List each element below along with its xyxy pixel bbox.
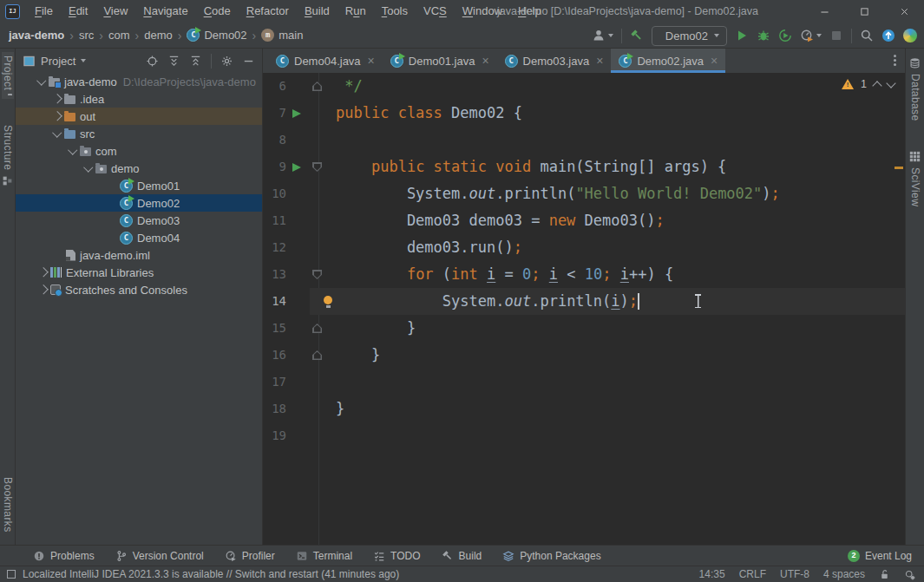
settings-sync-icon[interactable] (903, 29, 917, 43)
status-message-area[interactable]: Localized IntelliJ IDEA 2021.3.3 is avai… (7, 568, 399, 580)
tree-chevron-icon[interactable] (82, 167, 95, 171)
tree-item-external-libraries[interactable]: External Libraries (16, 264, 262, 281)
tree-chevron-icon[interactable] (36, 269, 50, 276)
chevron-down-icon[interactable] (81, 59, 86, 62)
update-icon[interactable] (881, 29, 895, 43)
code-line-11[interactable]: 11 Demo03 demo03 = new Demo03(); (263, 207, 905, 234)
tree-item-src[interactable]: src (16, 125, 262, 142)
fold-end-icon[interactable] (312, 315, 322, 342)
tree-item-demo02[interactable]: CDemo02 (16, 194, 262, 212)
tool-button-terminal[interactable]: Terminal (296, 550, 352, 562)
tab-demo01-java[interactable]: CDemo01.java× (383, 49, 497, 73)
tab-options-icon[interactable] (888, 49, 901, 73)
run-icon[interactable] (735, 29, 749, 43)
tree-item-scratches-and-consoles[interactable]: Scratches and Consoles (16, 281, 262, 298)
code-area[interactable]: 6 */7public class Demo02 {89 public stat… (263, 73, 905, 449)
tree-item-demo03[interactable]: CDemo03 (16, 212, 262, 229)
close-icon[interactable] (884, 0, 924, 23)
tab-demo02-java[interactable]: CDemo02.java× (611, 49, 725, 73)
inspection-profile-icon[interactable] (904, 569, 915, 580)
tree-item-com[interactable]: com (16, 142, 262, 160)
code-line-14[interactable]: 14 System.out.println(i); (263, 288, 905, 315)
code-line-17[interactable]: 17 (263, 369, 905, 396)
tool-button-version-control[interactable]: Version Control (115, 550, 204, 562)
code-line-12[interactable]: 12 demo03.run(); (263, 234, 905, 261)
breadcrumb-main[interactable]: mmain (261, 29, 303, 42)
status-item-4-spaces[interactable]: 4 spaces (823, 568, 865, 580)
minimize-icon[interactable] (804, 0, 844, 23)
profiler-icon[interactable] (800, 29, 822, 43)
menu-refactor[interactable]: Refactor (239, 0, 297, 23)
fold-end-icon[interactable] (312, 73, 322, 100)
code-line-8[interactable]: 8 (263, 127, 905, 154)
tool-button-python-packages[interactable]: Python Packages (502, 550, 600, 562)
code-line-15[interactable]: 15 } (263, 315, 905, 342)
collapse-all-icon[interactable] (189, 55, 202, 68)
status-item-14-35[interactable]: 14:35 (699, 568, 725, 580)
tree-item-.idea[interactable]: .idea (16, 90, 262, 108)
tool-stripe-project[interactable]: Project (2, 52, 14, 99)
tab-demo04-java[interactable]: CDemo04.java× (268, 49, 383, 73)
tab-close-icon[interactable]: × (596, 55, 603, 67)
locate-file-icon[interactable] (146, 55, 159, 68)
expand-all-icon[interactable] (167, 55, 180, 68)
tool-button-todo[interactable]: TODO (373, 550, 420, 562)
menu-view[interactable]: View (95, 0, 135, 23)
tool-stripe-structure[interactable]: Structure (2, 121, 14, 190)
tab-close-icon[interactable]: × (482, 55, 488, 67)
code-line-9[interactable]: 9 public static void main(String[] args)… (263, 154, 905, 180)
tab-demo03-java[interactable]: CDemo03.java× (497, 49, 612, 73)
tree-chevron-icon[interactable] (50, 132, 64, 136)
tab-close-icon[interactable]: × (711, 55, 718, 67)
tree-item-demo[interactable]: demo (16, 160, 262, 177)
breadcrumb-demo02[interactable]: CDemo02 (187, 29, 246, 42)
menu-tools[interactable]: Tools (374, 0, 416, 23)
menu-edit[interactable]: Edit (61, 0, 95, 23)
tree-chevron-icon[interactable] (66, 149, 80, 154)
run-configuration-select[interactable]: Demo02 (652, 26, 727, 46)
menu-build[interactable]: Build (297, 0, 337, 23)
build-hammer-icon[interactable] (630, 29, 644, 43)
hide-panel-icon[interactable] (242, 55, 255, 68)
code-line-10[interactable]: 10 System.out.println("Hello World! Demo… (263, 180, 905, 207)
intention-bulb-icon[interactable] (324, 288, 332, 315)
tab-close-icon[interactable]: × (368, 55, 375, 67)
maximize-icon[interactable] (844, 0, 884, 23)
menu-run[interactable]: Run (337, 0, 374, 23)
code-line-6[interactable]: 6 */ (263, 73, 905, 100)
tool-stripe-sciview[interactable]: SciView (909, 147, 921, 210)
gear-icon[interactable] (220, 55, 233, 68)
tree-item-demo01[interactable]: CDemo01 (16, 177, 262, 194)
search-everywhere-icon[interactable] (860, 29, 874, 43)
code-line-16[interactable]: 16 } (263, 342, 905, 369)
status-item-utf-8[interactable]: UTF-8 (780, 568, 809, 580)
editor-body[interactable]: 6 */7public class Demo02 {89 public stat… (263, 73, 905, 545)
tree-chevron-icon[interactable] (50, 95, 64, 102)
run-with-coverage-icon[interactable] (778, 29, 792, 43)
tree-chevron-icon[interactable] (50, 113, 64, 120)
tree-item-java-demo[interactable]: java-demoD:\IdeaProjects\java-demo (16, 73, 262, 90)
code-line-19[interactable]: 19 (263, 422, 905, 449)
code-line-13[interactable]: 13 for (int i = 0; i < 10; i++) { (263, 261, 905, 288)
tree-chevron-icon[interactable] (35, 80, 49, 84)
tool-stripe-bookmarks[interactable]: Bookmarks (2, 474, 14, 541)
code-line-18[interactable]: 18} (263, 396, 905, 422)
profile-avatar-icon[interactable] (592, 29, 613, 43)
status-item-crlf[interactable]: CRLF (739, 568, 766, 580)
menu-file[interactable]: File (27, 0, 61, 23)
tree-item-demo04[interactable]: CDemo04 (16, 229, 262, 246)
tool-button-build[interactable]: Build (442, 550, 482, 562)
tree-chevron-icon[interactable] (36, 286, 50, 293)
tool-stripe-database[interactable]: Database (909, 54, 921, 125)
fold-open-icon[interactable] (312, 261, 322, 288)
project-panel-title[interactable]: Project (41, 55, 75, 68)
breadcrumb-java-demo[interactable]: java-demo (9, 29, 64, 42)
run-line-icon[interactable] (292, 154, 301, 180)
breadcrumb-src[interactable]: src (79, 29, 94, 42)
fold-open-icon[interactable] (312, 154, 322, 180)
tool-button-event-log[interactable]: 2Event Log (848, 550, 912, 562)
fold-end-icon[interactable] (312, 342, 322, 369)
tree-item-java-demo.iml[interactable]: java-demo.iml (16, 246, 262, 264)
tree-item-out[interactable]: out (16, 108, 262, 125)
tool-button-profiler[interactable]: Profiler (225, 550, 275, 562)
